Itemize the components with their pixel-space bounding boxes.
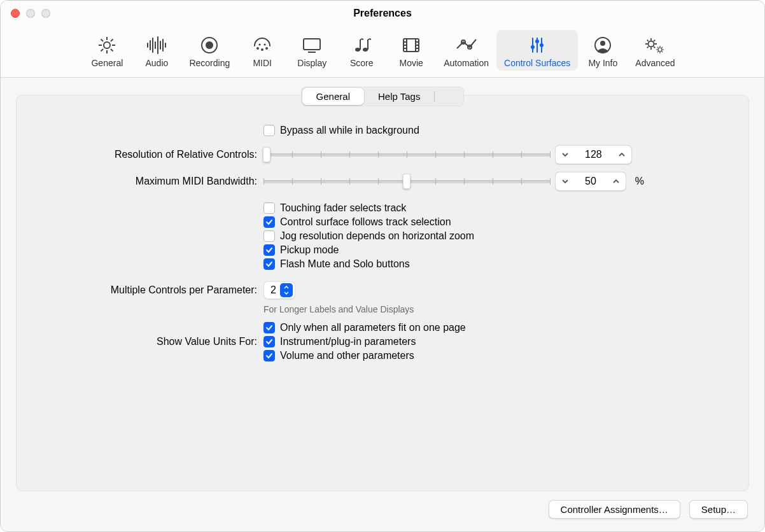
toolbar-label: Movie (400, 58, 423, 68)
window-title: Preferences (1, 8, 764, 19)
svg-line-65 (657, 52, 659, 53)
svg-point-18 (206, 41, 213, 49)
prefs-toolbar: General Audio Recording MIDI Display Sco… (1, 26, 764, 78)
volume-label: Volume and other parameters (280, 350, 414, 361)
toolbar-item-movie[interactable]: Movie (386, 30, 436, 71)
svg-point-49 (649, 41, 654, 47)
jog-checkbox[interactable] (263, 230, 275, 242)
toolbar-label: MIDI (253, 58, 272, 68)
toolbar-item-display[interactable]: Display (287, 30, 337, 71)
settings-panel: Bypass all while in background Resolutio… (16, 95, 749, 491)
resolution-slider[interactable] (263, 146, 550, 164)
toolbar-item-score[interactable]: Score (337, 30, 386, 71)
resolution-stepper: 128 (555, 145, 632, 164)
only-fit-checkbox[interactable] (263, 322, 275, 333)
movie-icon (402, 36, 421, 55)
toolbar-item-general[interactable]: General (82, 30, 132, 71)
svg-point-46 (540, 43, 544, 47)
touch-fader-label: Touching fader selects track (280, 202, 406, 214)
chevron-up-down-icon (280, 283, 293, 297)
jog-label: Jog resolution depends on horizontal zoo… (280, 230, 474, 242)
preferences-window: Preferences General Audio Recording MIDI… (0, 0, 765, 532)
svg-point-27 (363, 48, 368, 52)
touch-fader-checkbox[interactable] (263, 202, 275, 214)
midi-icon (253, 36, 272, 55)
toolbar-label: Advanced (635, 58, 675, 68)
instrument-checkbox[interactable] (263, 336, 275, 347)
flash-label: Flash Mute and Solo buttons (280, 258, 410, 270)
instrument-label: Instrument/plug-in parameters (280, 336, 416, 347)
toolbar-item-automation[interactable]: Automation (436, 30, 496, 71)
controller-assignments-button[interactable]: Controller Assignments… (549, 500, 680, 519)
svg-line-55 (654, 46, 656, 48)
pickup-label: Pickup mode (280, 244, 339, 256)
toolbar-label: Score (350, 58, 374, 68)
toolbar-label: My Info (588, 58, 617, 68)
person-icon (593, 36, 612, 55)
bandwidth-unit: % (635, 176, 644, 187)
svg-line-7 (101, 49, 104, 52)
svg-point-23 (264, 43, 266, 45)
multiple-label: Multiple Controls per Parameter: (34, 284, 263, 296)
svg-line-54 (647, 40, 649, 41)
toolbar-item-control-surfaces[interactable]: Control Surfaces (496, 30, 578, 71)
gear-icon (97, 36, 116, 55)
toolbar-item-recording[interactable]: Recording (181, 30, 237, 71)
toolbar-item-audio[interactable]: Audio (132, 30, 181, 71)
bandwidth-decrement[interactable] (556, 178, 575, 185)
svg-point-58 (658, 48, 662, 52)
automation-icon (456, 36, 477, 55)
toolbar-label: Control Surfaces (504, 58, 570, 68)
music-note-icon (352, 36, 371, 55)
svg-line-66 (662, 47, 663, 48)
svg-point-21 (265, 47, 268, 50)
svg-point-20 (261, 48, 263, 51)
volume-checkbox[interactable] (263, 350, 275, 361)
display-icon (302, 36, 322, 55)
svg-point-19 (256, 47, 259, 50)
toolbar-item-advanced[interactable]: Advanced (628, 30, 682, 71)
toolbar-item-midi[interactable]: MIDI (237, 30, 287, 71)
pickup-checkbox[interactable] (263, 244, 275, 256)
bypass-label: Bypass all while in background (280, 125, 419, 136)
svg-point-44 (531, 45, 535, 49)
footer-buttons: Controller Assignments… Setup… (16, 491, 749, 521)
svg-rect-24 (304, 39, 320, 50)
svg-line-5 (101, 39, 104, 42)
svg-line-57 (654, 40, 656, 41)
flash-checkbox[interactable] (263, 258, 275, 270)
toolbar-label: General (91, 58, 123, 68)
follows-track-checkbox[interactable] (263, 216, 275, 228)
svg-point-26 (355, 48, 360, 52)
record-icon (200, 36, 219, 55)
svg-line-64 (662, 52, 663, 53)
subtab-midi-controllers[interactable] (435, 88, 463, 105)
svg-line-63 (657, 47, 659, 48)
bandwidth-label: Maximum MIDI Bandwidth: (34, 176, 263, 187)
setup-button[interactable]: Setup… (689, 500, 748, 519)
svg-point-48 (600, 41, 605, 46)
svg-point-0 (104, 42, 110, 48)
resolution-decrement[interactable] (556, 151, 575, 158)
follows-track-label: Control surface follows track selection (280, 216, 451, 228)
multiple-popup[interactable]: 2 (263, 281, 295, 299)
subtab-segmented-control: General Help Tags (301, 87, 465, 106)
multiple-value: 2 (270, 284, 276, 296)
resolution-increment[interactable] (612, 151, 631, 158)
toolbar-label: Display (297, 58, 326, 68)
toolbar-label: Automation (444, 58, 489, 68)
bandwidth-increment[interactable] (607, 178, 626, 185)
subtab-general[interactable]: General (302, 88, 364, 105)
subtab-help-tags[interactable]: Help Tags (364, 88, 434, 105)
svg-line-56 (647, 46, 649, 48)
resolution-label: Resolution of Relative Controls: (34, 149, 263, 160)
bandwidth-slider[interactable] (263, 172, 550, 190)
bypass-checkbox[interactable] (263, 125, 275, 136)
toolbar-item-my-info[interactable]: My Info (578, 30, 628, 71)
waveform-icon (146, 36, 167, 55)
titlebar: Preferences (1, 1, 764, 26)
svg-point-45 (535, 39, 539, 43)
only-fit-label: Only when all parameters fit on one page (280, 322, 466, 333)
resolution-value: 128 (575, 149, 612, 160)
multiple-hint: For Longer Labels and Value Displays (263, 304, 414, 314)
